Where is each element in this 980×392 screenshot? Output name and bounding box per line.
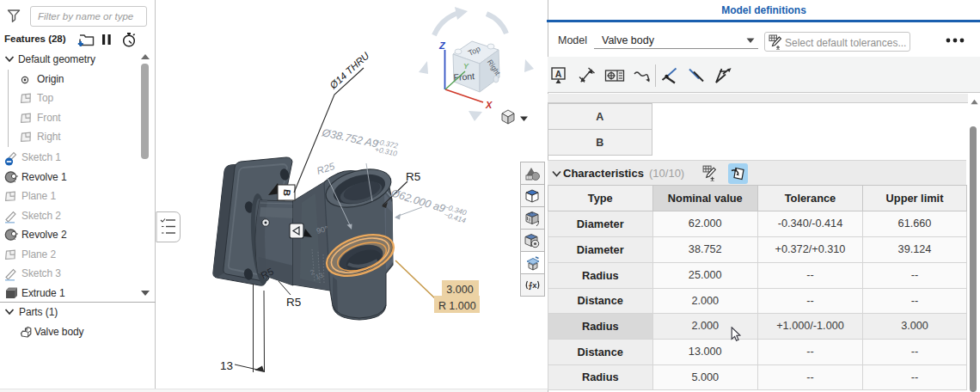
svg-text:B: B xyxy=(282,188,293,196)
svg-text:1.000: 1.000 xyxy=(449,300,475,312)
svg-text:R: R xyxy=(438,300,446,312)
svg-text:3.000: 3.000 xyxy=(446,284,473,296)
svg-text:X: X xyxy=(485,100,493,110)
svg-text:A: A xyxy=(555,69,562,79)
svg-text:R25: R25 xyxy=(315,161,336,176)
svg-text:Ø14 THRU: Ø14 THRU xyxy=(328,50,372,91)
svg-text:13: 13 xyxy=(220,359,233,372)
svg-text:⨍x: ⨍x xyxy=(528,280,537,291)
svg-text:Y: Y xyxy=(463,62,469,70)
svg-text:Ø62.000 a9: Ø62.000 a9 xyxy=(389,187,447,215)
svg-text:R5: R5 xyxy=(286,296,301,309)
svg-text:Ø38.752 A9: Ø38.752 A9 xyxy=(320,126,379,150)
svg-text:Z: Z xyxy=(438,40,446,51)
svg-text:R5: R5 xyxy=(406,170,420,183)
